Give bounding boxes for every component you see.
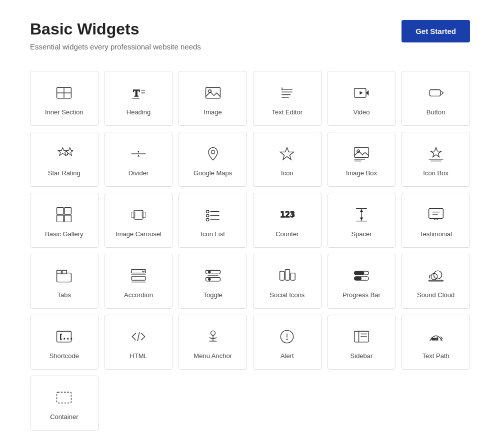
svg-marker-22 [138,154,140,156]
alert-icon [276,326,298,347]
widget-card-tabs[interactable]: Tabs [30,254,98,309]
widget-label-tabs: Tabs [58,291,71,300]
widget-card-image[interactable]: Image [178,71,247,126]
widget-card-accordion[interactable]: Accordion [104,254,173,309]
page-subtitle: Essential widgets every professional web… [30,42,201,51]
widget-card-toggle[interactable]: Toggle [178,254,247,309]
widget-label-html: HTML [130,352,147,361]
widget-card-image-box[interactable]: Image Box [328,132,396,187]
widget-label-testimonial: Testimonial [420,230,452,239]
widget-label-divider: Divider [128,169,148,178]
widget-card-alert[interactable]: Alert [253,315,322,370]
svg-point-23 [211,150,214,153]
svg-marker-19 [66,147,73,155]
widget-card-html[interactable]: HTML [104,315,173,370]
svg-rect-93 [57,392,72,403]
svg-rect-59 [62,270,67,274]
widget-card-progress-bar[interactable]: Progress Bar [328,254,396,309]
get-started-button[interactable]: Get Started [402,20,470,42]
widget-card-sidebar[interactable]: Sidebar [328,315,396,370]
social-icons-icon [276,265,298,286]
widget-label-sidebar: Sidebar [350,352,373,361]
svg-rect-17 [430,89,440,96]
progress-bar-icon [351,265,372,286]
widget-card-icon-box[interactable]: Icon Box [402,132,470,187]
svg-line-81 [138,332,140,341]
widget-card-menu-anchor[interactable]: Menu Anchor [178,315,247,370]
svg-rect-64 [206,270,220,274]
widget-card-container[interactable]: Container [30,376,98,431]
svg-marker-29 [430,147,442,157]
widget-label-text-path: Text Path [422,352,450,361]
spacer-icon [351,204,372,225]
svg-point-41 [206,214,208,217]
svg-marker-50 [360,209,363,212]
image-box-icon [351,143,372,164]
widget-card-testimonial[interactable]: Testimonial [402,193,470,248]
sound-cloud-icon [426,265,446,286]
svg-rect-34 [57,215,64,222]
widget-label-image-box: Image Box [346,169,377,178]
svg-marker-16 [360,91,362,94]
svg-point-68 [208,271,210,273]
widget-card-counter[interactable]: 123Counter [253,193,322,248]
svg-rect-75 [354,276,362,280]
svg-rect-73 [354,271,364,275]
html-icon [128,326,149,347]
widget-label-star-rating: Star Rating [48,169,80,178]
widget-card-divider[interactable]: Divider [104,132,173,187]
video-icon [351,82,372,103]
svg-rect-71 [291,273,296,280]
widget-card-video[interactable]: Video [328,71,396,126]
widget-label-alert: Alert [280,352,294,361]
widget-card-basic-gallery[interactable]: Basic Gallery [30,193,98,248]
widget-card-image-carousel[interactable]: Image Carousel [104,193,173,248]
widget-label-icon-list: Icon List [200,230,224,239]
basic-gallery-icon [54,204,74,225]
divider-icon [128,143,149,164]
widget-label-container: Container [50,413,78,422]
svg-rect-66 [206,277,220,281]
svg-point-43 [206,218,208,221]
svg-rect-35 [64,215,72,222]
widget-card-spacer[interactable]: Spacer [328,193,396,248]
widget-card-inner-section[interactable]: Inner Section [30,71,98,126]
icon-box-icon [426,143,446,164]
svg-rect-69 [280,271,284,280]
svg-text:T: T [133,87,140,98]
widget-card-text-editor[interactable]: Text Editor [253,71,322,126]
google-maps-icon [202,143,224,164]
widget-label-icon: Icon [281,169,294,178]
widget-card-heading[interactable]: THeading [104,71,173,126]
text-path-icon: text [426,326,446,347]
svg-marker-24 [280,147,294,159]
svg-rect-57 [57,273,72,282]
widget-card-star-rating[interactable]: Star Rating [30,132,98,187]
widget-card-text-path[interactable]: textText Path [402,315,470,370]
widget-card-icon-list[interactable]: Icon List [178,193,247,248]
widget-label-google-maps: Google Maps [194,169,232,178]
widget-card-google-maps[interactable]: Google Maps [178,132,247,187]
widget-card-shortcode[interactable]: [...]Shortcode [30,315,98,370]
widget-label-toggle: Toggle [204,291,222,300]
widget-card-sound-cloud[interactable]: Sound Cloud [402,254,470,309]
svg-marker-21 [138,151,140,153]
widget-card-social-icons[interactable]: Social Icons [253,254,322,309]
image-icon [202,82,224,103]
svg-point-39 [206,210,208,213]
widget-card-icon[interactable]: Icon [253,132,322,187]
svg-marker-51 [360,217,363,220]
widget-label-image: Image [204,108,222,117]
heading-icon: T [128,82,149,103]
widget-card-button[interactable]: Button [402,71,470,126]
svg-marker-18 [58,147,68,155]
widget-label-text-editor: Text Editor [272,108,302,117]
svg-rect-7 [206,87,220,98]
sidebar-icon [351,326,372,347]
page-title: Basic Widgets [30,20,201,38]
menu-anchor-icon [202,326,224,347]
svg-point-77 [434,271,442,279]
svg-rect-70 [286,269,290,280]
svg-rect-33 [64,207,72,214]
widget-label-sound-cloud: Sound Cloud [417,291,454,300]
